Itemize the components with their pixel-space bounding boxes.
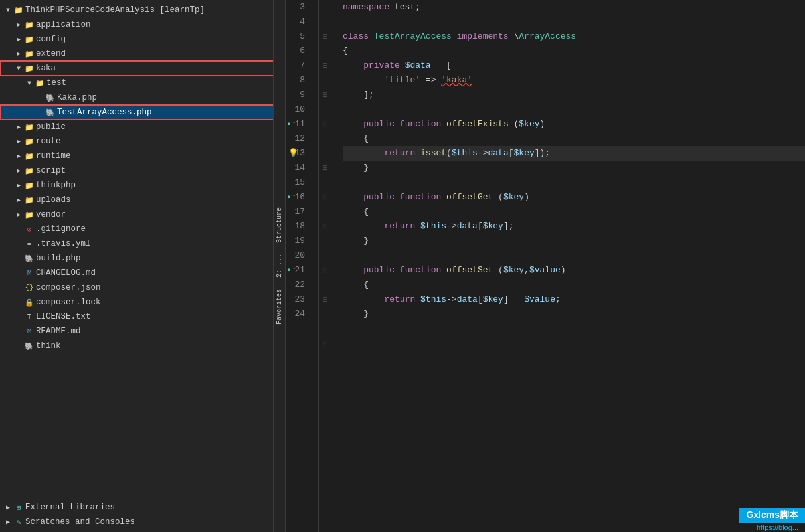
tree-item-readme[interactable]: M README.md (0, 324, 285, 339)
tab2[interactable]: 2: ... (274, 248, 284, 283)
label-build: build.php (36, 254, 285, 263)
tree-item-test[interactable]: 📁 test (0, 76, 285, 90)
tree-item-testarrayaccess[interactable]: 🐘 TestArrayAccess.php (0, 105, 285, 120)
tree-item-license[interactable]: T LICENSE.txt (0, 310, 285, 324)
arrow-script (13, 165, 24, 176)
tree-item-public[interactable]: 📁 public (0, 120, 285, 134)
arrow-testarrayaccess (35, 107, 45, 118)
folder-icon-kaka: 📁 (24, 63, 35, 74)
tree-item-config[interactable]: 📁 config (0, 32, 285, 46)
arrow-ext-libs (3, 502, 13, 513)
line-21: ● ↑ 21 (286, 263, 310, 278)
tree-item-think[interactable]: 🐘 think (0, 339, 285, 353)
tree-item-vendor[interactable]: 📁 vendor (0, 207, 285, 222)
sidebar-bottom: ⊞ External Libraries ✎ Scratches and Con… (0, 497, 285, 532)
folder-icon-script: 📁 (24, 165, 35, 176)
tree-item-composer-lock[interactable]: 🔒 composer.lock (0, 295, 285, 310)
line-numbers: 3 4 5 6 7 8 9 10 ● ↑ 11 12 💡 13 14 15 ● … (286, 0, 319, 532)
label-gitignore: .gitignore (36, 224, 285, 234)
travis-icon: ≡ (24, 238, 35, 249)
label-changelog: CHANGELOG.md (36, 268, 285, 278)
label-route: route (36, 137, 285, 146)
tree-item-composer-json[interactable]: {} composer.json (0, 280, 285, 295)
folder-icon-runtime: 📁 (24, 151, 35, 161)
kw-class: class (343, 29, 374, 44)
external-libraries-item[interactable]: ⊞ External Libraries (0, 500, 285, 515)
code-line-23: return $this->data[$key] = $value; (343, 292, 805, 307)
label-thinkphp: thinkphp (36, 181, 285, 190)
favorites-tab[interactable]: Favorites (274, 284, 284, 330)
line-19: 19 (286, 234, 310, 248)
file-tree: 📁 ThinkPHPSourceCodeAnalysis [learnTp] 📁… (0, 0, 285, 497)
scratches-consoles-item[interactable]: ✎ Scratches and Consoles (0, 515, 285, 529)
arrow-kaka (13, 63, 24, 74)
tree-item-route[interactable]: 📁 route (0, 134, 285, 149)
label-license: LICENSE.txt (36, 312, 285, 321)
arrow-composer-json (13, 282, 24, 293)
tree-item-kaka-php[interactable]: 🐘 Kaka.php (0, 90, 285, 105)
structure-tab[interactable]: Structure (274, 202, 284, 248)
code-content[interactable]: namespace test; class TestArrayAccess im… (332, 0, 805, 532)
md-icon-changelog: M (24, 268, 35, 278)
txt-icon-license: T (24, 311, 35, 322)
label-travis: .travis.yml (36, 239, 285, 248)
tree-item-build[interactable]: 🐘 build.php (0, 251, 285, 266)
arrow-composer-lock (13, 297, 24, 308)
line-20: 20 (286, 248, 310, 263)
external-libraries-label: External Libraries (25, 503, 285, 512)
folder-icon-vendor: 📁 (24, 209, 35, 220)
tree-item-uploads[interactable]: 📁 uploads (0, 193, 285, 207)
arrow-runtime (13, 151, 24, 161)
tree-item-application[interactable]: 📁 application (0, 17, 285, 32)
label-composer-json: composer.json (36, 283, 285, 292)
line-23: 23 (286, 292, 310, 307)
label-script: script (36, 166, 285, 175)
code-line-24: } (343, 307, 805, 321)
scratches-icon: ✎ (13, 517, 24, 527)
code-line-7: private $data = [ (343, 58, 805, 73)
line-18: 18 (286, 219, 310, 234)
lock-icon-composer: 🔒 (24, 297, 35, 308)
arrow-travis (13, 238, 24, 249)
code-line-13: return isset($this->data[$key]); (343, 146, 805, 161)
arrow-readme (13, 326, 24, 337)
folder-icon-extend: 📁 (24, 48, 35, 59)
label-kaka-php: Kaka.php (57, 93, 285, 102)
code-line-4 (343, 15, 805, 29)
arrow-route (13, 136, 24, 147)
file-tree-panel: 📁 ThinkPHPSourceCodeAnalysis [learnTp] 📁… (0, 0, 286, 532)
label-testarrayaccess: TestArrayAccess.php (57, 108, 285, 117)
label-public: public (36, 122, 285, 132)
label-uploads: uploads (36, 195, 285, 205)
think-icon: 🐘 (24, 341, 35, 351)
code-line-9: ]; (343, 88, 805, 102)
code-line-14: } (343, 161, 805, 175)
folder-icon-application: 📁 (24, 19, 35, 30)
editor-panel: 3 4 5 6 7 8 9 10 ● ↑ 11 12 💡 13 14 15 ● … (286, 0, 805, 532)
tree-item-kaka[interactable]: 📁 kaka (0, 61, 285, 76)
json-icon-composer: {} (24, 282, 35, 293)
label-extend: extend (36, 49, 285, 58)
tree-item-runtime[interactable]: 📁 runtime (0, 149, 285, 163)
tree-item-extend[interactable]: 📁 extend (0, 46, 285, 61)
kw-namespace: namespace (343, 0, 389, 15)
tree-item-changelog[interactable]: M CHANGELOG.md (0, 266, 285, 280)
arrow-vendor (13, 209, 24, 220)
tree-item-thinkphp[interactable]: 📁 thinkphp (0, 178, 285, 193)
line-4: 4 (286, 15, 310, 29)
code-line-8: 'title' => 'kaka' (343, 73, 805, 88)
tree-item-gitignore[interactable]: ⊘ .gitignore (0, 222, 285, 236)
watermark-line1: Gxlcms脚本 (739, 508, 805, 523)
tree-item-script[interactable]: 📁 script (0, 163, 285, 178)
tree-root[interactable]: 📁 ThinkPHPSourceCodeAnalysis [learnTp] (0, 3, 285, 17)
arrow-application (13, 19, 24, 30)
code-line-3: namespace test; (343, 0, 805, 15)
line-17: 17 (286, 205, 310, 219)
label-config: config (36, 35, 285, 44)
code-line-12: { (343, 132, 805, 146)
arrow-license (13, 311, 24, 322)
arrow-extend (13, 48, 24, 59)
code-line-16: public function offsetGet ($key) (343, 190, 805, 205)
code-line-10 (343, 102, 805, 117)
tree-item-travis[interactable]: ≡ .travis.yml (0, 236, 285, 251)
